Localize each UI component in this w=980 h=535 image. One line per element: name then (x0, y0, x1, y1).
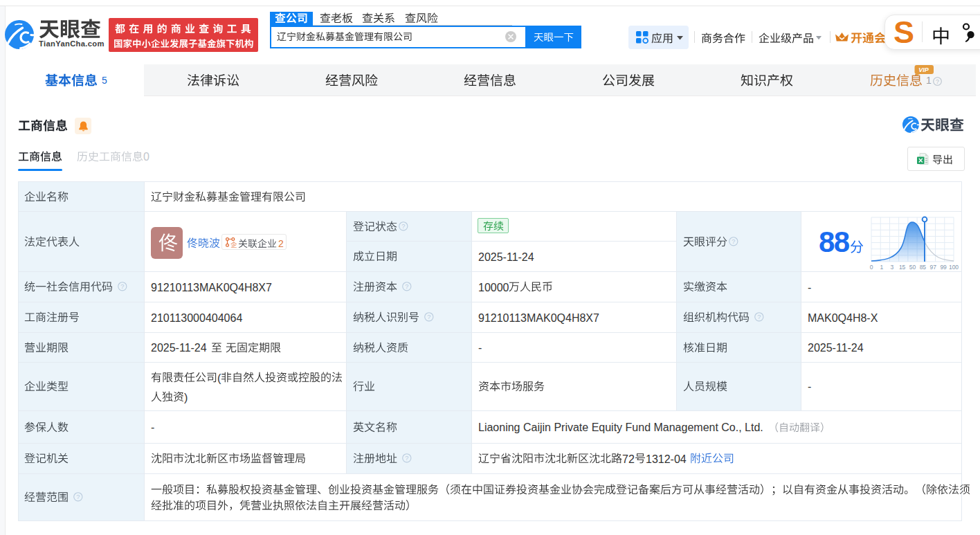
svg-text:TianYanCha.com: TianYanCha.com (39, 39, 105, 48)
svg-text:?: ? (732, 238, 735, 245)
svg-text:85: 85 (920, 264, 927, 271)
svg-text:S: S (893, 15, 914, 50)
svg-text:?: ? (76, 493, 80, 500)
svg-text:97: 97 (930, 264, 937, 271)
svg-text:-: - (808, 282, 811, 293)
svg-text:?: ? (936, 78, 939, 84)
svg-text:2025-11-24: 2025-11-24 (808, 342, 864, 354)
svg-text:0: 0 (870, 264, 873, 271)
svg-text:?: ? (427, 314, 430, 320)
svg-text:15: 15 (899, 264, 906, 271)
svg-text:3: 3 (890, 264, 893, 271)
svg-text:?: ? (120, 283, 124, 290)
svg-text:-: - (478, 342, 482, 354)
svg-text:?: ? (401, 223, 405, 230)
svg-text:-: - (808, 381, 811, 392)
svg-text:210113000404064: 210113000404064 (151, 312, 242, 324)
svg-text:88: 88 (819, 226, 850, 258)
svg-text:2: 2 (278, 238, 284, 249)
svg-text:): ) (184, 392, 188, 403)
svg-text:5: 5 (102, 75, 107, 86)
svg-text:-: - (151, 421, 154, 433)
svg-text:?: ? (405, 283, 408, 290)
svg-text:2025-11-24: 2025-11-24 (478, 251, 534, 263)
svg-text:2025-11-24: 2025-11-24 (151, 342, 207, 354)
svg-text:100: 100 (949, 264, 959, 271)
svg-text:99: 99 (940, 264, 947, 271)
svg-text:?: ? (757, 314, 761, 320)
svg-text:1: 1 (880, 264, 884, 271)
svg-text:91210113MAK0Q4H8X7: 91210113MAK0Q4H8X7 (478, 312, 599, 324)
svg-text:91210113MAK0Q4H8X7: 91210113MAK0Q4H8X7 (151, 282, 272, 293)
svg-text:Liaoning Caijin Private Equity: Liaoning Caijin Private Equity Fund Mana… (478, 421, 763, 433)
svg-text:50: 50 (909, 264, 916, 271)
svg-text:1312-04: 1312-04 (646, 453, 687, 465)
svg-text:72: 72 (622, 453, 635, 465)
svg-text:0: 0 (143, 151, 149, 163)
svg-text:1: 1 (926, 75, 932, 86)
svg-text:MAK0Q4H8-X: MAK0Q4H8-X (808, 312, 878, 324)
svg-text:VIP: VIP (918, 66, 929, 73)
svg-text:?: ? (405, 455, 408, 462)
svg-text:10000: 10000 (478, 282, 509, 293)
